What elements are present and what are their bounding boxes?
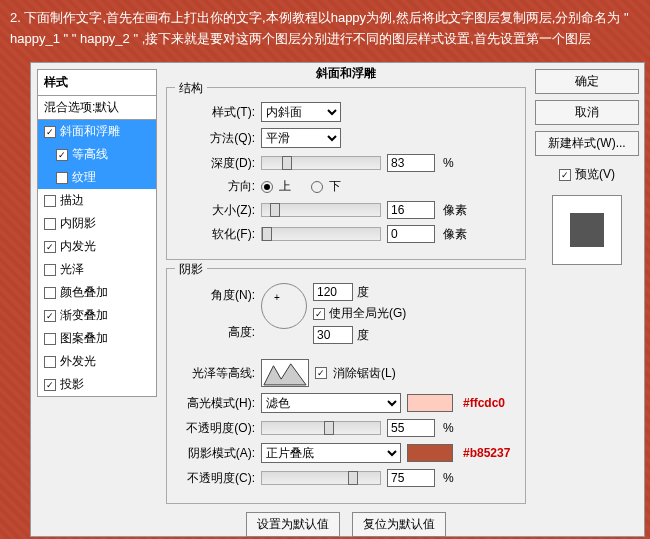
style-select[interactable]: 内斜面: [261, 102, 341, 122]
style-checkbox[interactable]: [44, 379, 56, 391]
size-slider[interactable]: [261, 203, 381, 217]
soften-slider[interactable]: [261, 227, 381, 241]
method-label: 方法(Q):: [177, 130, 255, 147]
shadow-color-swatch[interactable]: [407, 444, 453, 462]
instruction-text: 2. 下面制作文字,首先在画布上打出你的文字,本例教程以happy为例,然后将此…: [0, 0, 650, 58]
style-label: 内发光: [60, 238, 96, 255]
angle-label: 角度(N):: [177, 283, 255, 304]
highlight-opacity-unit: %: [443, 421, 454, 435]
reset-default-button[interactable]: 复位为默认值: [352, 512, 446, 537]
style-checkbox[interactable]: [44, 356, 56, 368]
make-default-button[interactable]: 设置为默认值: [246, 512, 340, 537]
preview-label: 预览(V): [575, 166, 615, 183]
antialias-checkbox[interactable]: [315, 367, 327, 379]
style-label: 投影: [60, 376, 84, 393]
style-label: 颜色叠加: [60, 284, 108, 301]
depth-slider[interactable]: [261, 156, 381, 170]
style-item-内发光[interactable]: 内发光: [38, 235, 156, 258]
style-checkbox[interactable]: [56, 149, 68, 161]
shadow-opacity-input[interactable]: 75: [387, 469, 435, 487]
highlight-opacity-label: 不透明度(O):: [177, 420, 255, 437]
angle-wheel[interactable]: [261, 283, 307, 329]
structure-legend: 结构: [175, 80, 207, 97]
style-label: 等高线: [72, 146, 108, 163]
ok-button[interactable]: 确定: [535, 69, 639, 94]
style-checkbox[interactable]: [44, 287, 56, 299]
style-item-投影[interactable]: 投影: [38, 373, 156, 396]
global-light-label: 使用全局光(G): [329, 305, 406, 322]
highlight-opacity-input[interactable]: 55: [387, 419, 435, 437]
gloss-label: 光泽等高线:: [177, 365, 255, 382]
shadow-opacity-label: 不透明度(C):: [177, 470, 255, 487]
new-style-button[interactable]: 新建样式(W)...: [535, 131, 639, 156]
highlight-color-swatch[interactable]: [407, 394, 453, 412]
highlight-mode-select[interactable]: 滤色: [261, 393, 401, 413]
cancel-button[interactable]: 取消: [535, 100, 639, 125]
shadow-mode-select[interactable]: 正片叠底: [261, 443, 401, 463]
styles-header: 样式: [37, 69, 157, 95]
size-input[interactable]: 16: [387, 201, 435, 219]
direction-down-radio[interactable]: [311, 181, 323, 193]
depth-input[interactable]: 83: [387, 154, 435, 172]
style-label: 斜面和浮雕: [60, 123, 120, 140]
depth-unit: %: [443, 156, 454, 170]
style-checkbox[interactable]: [44, 218, 56, 230]
altitude-label: 高度:: [177, 324, 255, 341]
style-item-内阴影[interactable]: 内阴影: [38, 212, 156, 235]
style-checkbox[interactable]: [56, 172, 68, 184]
style-checkbox[interactable]: [44, 195, 56, 207]
altitude-unit: 度: [357, 327, 369, 344]
style-checkbox[interactable]: [44, 126, 56, 138]
style-checkbox[interactable]: [44, 310, 56, 322]
method-select[interactable]: 平滑: [261, 128, 341, 148]
direction-label: 方向:: [177, 178, 255, 195]
shadow-hex: #b85237: [463, 446, 510, 460]
direction-up-radio[interactable]: [261, 181, 273, 193]
shadow-opacity-unit: %: [443, 471, 454, 485]
style-checkbox[interactable]: [44, 264, 56, 276]
blend-options-row[interactable]: 混合选项:默认: [37, 95, 157, 119]
highlight-opacity-slider[interactable]: [261, 421, 381, 435]
style-list-panel: 样式 混合选项:默认 斜面和浮雕等高线纹理描边内阴影内发光光泽颜色叠加渐变叠加图…: [37, 69, 157, 397]
gloss-contour-picker[interactable]: [261, 359, 309, 387]
style-item-等高线[interactable]: 等高线: [38, 143, 156, 166]
style-label: 描边: [60, 192, 84, 209]
shadow-legend: 阴影: [175, 261, 207, 278]
style-label: 光泽: [60, 261, 84, 278]
altitude-input[interactable]: 30: [313, 326, 353, 344]
style-label: 外发光: [60, 353, 96, 370]
style-label: 渐变叠加: [60, 307, 108, 324]
style-item-纹理[interactable]: 纹理: [38, 166, 156, 189]
style-label: 样式(T):: [177, 104, 255, 121]
style-checkbox[interactable]: [44, 241, 56, 253]
style-label: 图案叠加: [60, 330, 108, 347]
size-unit: 像素: [443, 202, 467, 219]
style-label: 内阴影: [60, 215, 96, 232]
style-item-描边[interactable]: 描边: [38, 189, 156, 212]
soften-input[interactable]: 0: [387, 225, 435, 243]
shadow-opacity-slider[interactable]: [261, 471, 381, 485]
highlight-mode-label: 高光模式(H):: [177, 395, 255, 412]
shadow-fieldset: 阴影 角度(N): 120 度 使用全局光(G) 30 度: [166, 268, 526, 504]
soften-label: 软化(F):: [177, 226, 255, 243]
size-label: 大小(Z):: [177, 202, 255, 219]
shadow-mode-label: 阴影模式(A):: [177, 445, 255, 462]
style-item-图案叠加[interactable]: 图案叠加: [38, 327, 156, 350]
soften-unit: 像素: [443, 226, 467, 243]
style-item-渐变叠加[interactable]: 渐变叠加: [38, 304, 156, 327]
global-light-checkbox[interactable]: [313, 308, 325, 320]
direction-up-label: 上: [279, 178, 291, 195]
style-item-颜色叠加[interactable]: 颜色叠加: [38, 281, 156, 304]
antialias-label: 消除锯齿(L): [333, 365, 396, 382]
style-checkbox[interactable]: [44, 333, 56, 345]
direction-down-label: 下: [329, 178, 341, 195]
style-item-斜面和浮雕[interactable]: 斜面和浮雕: [38, 120, 156, 143]
highlight-hex: #ffcdc0: [463, 396, 505, 410]
style-item-外发光[interactable]: 外发光: [38, 350, 156, 373]
angle-input[interactable]: 120: [313, 283, 353, 301]
preview-checkbox[interactable]: [559, 169, 571, 181]
style-item-光泽[interactable]: 光泽: [38, 258, 156, 281]
layer-style-dialog: 斜面和浮雕 样式 混合选项:默认 斜面和浮雕等高线纹理描边内阴影内发光光泽颜色叠…: [30, 62, 645, 537]
style-label: 纹理: [72, 169, 96, 186]
depth-label: 深度(D):: [177, 155, 255, 172]
